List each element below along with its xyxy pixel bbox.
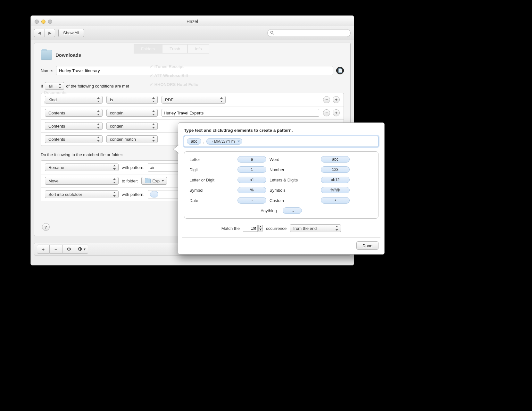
token-label: Digit xyxy=(189,167,234,172)
window-title: Hazel xyxy=(31,19,354,24)
action-verb-popup[interactable]: Move xyxy=(45,177,119,185)
cond-attr-popup[interactable]: Kind xyxy=(45,96,103,104)
rule-name-input[interactable] xyxy=(56,66,333,75)
done-button[interactable]: Done xyxy=(356,241,378,250)
cond-attr-popup[interactable]: Contents xyxy=(45,122,103,130)
token-anything[interactable]: … xyxy=(283,207,302,214)
nav-back-forward: ◀ ▶ xyxy=(34,29,55,37)
token-label: Word xyxy=(270,157,318,162)
cond-op-popup[interactable]: contain match xyxy=(106,135,158,143)
remove-rule-button[interactable]: − xyxy=(50,245,62,254)
pattern-token-date[interactable]: ○ MM/D/YYYY xyxy=(206,138,242,145)
folder-icon xyxy=(41,50,52,60)
occurrence-stepper[interactable]: ▲▼ xyxy=(243,225,263,232)
help-button[interactable]: ? xyxy=(42,223,50,231)
gear-menu-button[interactable]: ▼ xyxy=(75,245,88,254)
folder-header: Downloads xyxy=(41,50,344,60)
if-suffix: of the following conditions are met xyxy=(66,84,129,88)
cond-add-button[interactable]: + xyxy=(333,96,340,103)
search-input[interactable] xyxy=(267,29,351,37)
token-label: Letter or Digit xyxy=(189,178,234,182)
preview-button[interactable] xyxy=(62,245,75,254)
token-symbols[interactable]: %?@ xyxy=(321,187,350,193)
token-digit[interactable]: 1 xyxy=(237,166,266,173)
token-palette: Letter a Word abc Digit 1 Number 123 Let… xyxy=(184,151,378,219)
match-occurrence-row: Match the ▲▼ occurrence from the end xyxy=(184,224,378,232)
token-custom[interactable]: • xyxy=(321,197,350,204)
folder-icon xyxy=(145,179,151,183)
svg-point-0 xyxy=(270,31,273,33)
cond-attr-popup[interactable]: Contents xyxy=(45,109,103,117)
show-all-button[interactable]: Show All xyxy=(58,29,84,37)
search-wrap xyxy=(267,29,351,37)
token-label: Date xyxy=(189,198,234,203)
popover-instructions: Type text and click/drag elements to cre… xyxy=(184,128,378,133)
notes-icon[interactable]: 📄 xyxy=(336,67,344,74)
token-label: Letters & Digits xyxy=(270,178,318,182)
toolbar: ◀ ▶ Show All xyxy=(31,26,354,40)
if-row: If all of the following conditions are m… xyxy=(41,82,344,90)
token-label: Anything xyxy=(261,208,277,213)
condition-row: Kind is PDF − + xyxy=(41,93,344,106)
token-grid: Letter a Word abc Digit 1 Number 123 Let… xyxy=(189,156,373,204)
match-prefix: Match the xyxy=(221,226,240,231)
chevron-down-icon xyxy=(237,141,240,142)
occurrence-from-popup[interactable]: from the end xyxy=(290,224,341,232)
token-date[interactable]: ○ xyxy=(237,197,266,204)
match-mid: occurrence xyxy=(266,226,287,231)
cond-attr-popup[interactable]: Contents xyxy=(45,135,103,143)
token-label: Symbol xyxy=(189,188,234,193)
token-label: Letter xyxy=(189,157,234,162)
action-verb-popup[interactable]: Sort into subfolder xyxy=(45,190,119,198)
nav-forward-button[interactable]: ▶ xyxy=(45,29,55,37)
cond-remove-button[interactable]: − xyxy=(323,109,330,116)
cond-remove-button[interactable]: − xyxy=(323,96,330,103)
token-label: Symbols xyxy=(270,188,318,193)
token-letters-and-digits[interactable]: ab12 xyxy=(321,177,350,183)
cond-value-popup[interactable]: PDF xyxy=(162,96,226,104)
action-join: with pattern: xyxy=(122,165,145,170)
cond-add-button[interactable]: + xyxy=(333,109,340,116)
occurrence-input[interactable] xyxy=(243,225,258,232)
folder-title: Downloads xyxy=(55,52,81,58)
condition-row: Contents contain − + xyxy=(41,106,344,120)
cond-op-popup[interactable]: contain xyxy=(106,109,158,117)
pattern-literal: , xyxy=(203,139,204,144)
scope-popup[interactable]: all xyxy=(45,82,64,90)
cond-op-popup[interactable]: is xyxy=(106,96,158,104)
titlebar: Hazel ◀ ▶ Show All xyxy=(31,16,354,34)
token-letter[interactable]: a xyxy=(237,156,266,163)
pattern-token[interactable]: abc xyxy=(187,138,201,145)
cond-value-input[interactable] xyxy=(162,109,319,117)
pattern-popover: Type text and click/drag elements to cre… xyxy=(178,122,385,255)
action-join: with pattern: xyxy=(122,192,145,197)
action-join: to folder: xyxy=(122,179,138,183)
stepper-arrows[interactable]: ▲▼ xyxy=(258,225,263,231)
action-verb-popup[interactable]: Rename xyxy=(45,164,119,171)
token-letter-or-digit[interactable]: a1 xyxy=(237,177,266,183)
token-symbol[interactable]: % xyxy=(237,187,266,193)
add-rule-button[interactable]: + xyxy=(37,245,50,254)
name-label: Name: xyxy=(41,68,53,73)
token-word[interactable]: abc xyxy=(321,156,350,163)
if-prefix: If xyxy=(41,84,43,88)
search-icon xyxy=(270,30,274,35)
pattern-input[interactable]: abc , ○ MM/D/YYYY xyxy=(184,136,378,147)
nav-back-button[interactable]: ◀ xyxy=(34,29,45,37)
cond-op-popup[interactable]: contain xyxy=(106,122,158,130)
divider xyxy=(182,237,380,238)
svg-line-1 xyxy=(273,33,274,34)
token-label: Custom xyxy=(270,198,318,203)
token-number[interactable]: 123 xyxy=(321,166,350,173)
token-label: Number xyxy=(270,167,318,172)
action-folder-popup[interactable]: Exp xyxy=(141,177,167,185)
